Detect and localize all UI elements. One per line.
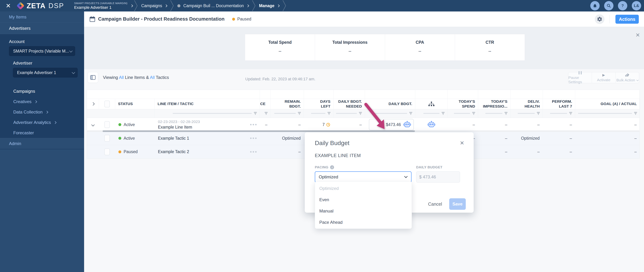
row-menu-icon[interactable]: [250, 151, 256, 152]
search-icon[interactable]: [604, 1, 614, 10]
select-all-checkbox[interactable]: [104, 101, 110, 107]
sidebar-item-my-items[interactable]: My Items: [0, 11, 84, 23]
sidebar-item-advertisers[interactable]: Advertisers: [0, 23, 84, 34]
sidebar-admin-section: [0, 149, 84, 272]
user-avatar[interactable]: L&: [632, 1, 641, 10]
col-delivery-health[interactable]: DELIV. HEALTH: [510, 99, 543, 109]
bulk-action-button[interactable]: Bulk Action: [616, 72, 639, 83]
activate-button[interactable]: ▶ Activate: [592, 72, 615, 83]
info-icon[interactable]: i: [330, 165, 334, 169]
horizontal-scrollbar-thumb[interactable]: [102, 130, 415, 132]
pause-settings-button[interactable]: Pause Settings: [568, 72, 592, 83]
col-pace-truncated[interactable]: CE: [260, 99, 270, 109]
expand-all-header[interactable]: [87, 99, 99, 109]
pacing-option-optimized[interactable]: Optimized: [315, 183, 412, 194]
filter-todays-impressions[interactable]: [478, 109, 510, 118]
close-icon[interactable]: ✕: [636, 32, 640, 38]
pacing-option-manual[interactable]: Manual: [315, 205, 412, 217]
help-icon[interactable]: ?: [618, 1, 627, 10]
row-checkbox[interactable]: [104, 135, 110, 142]
col-line-item[interactable]: LINE ITEM / TACTIC: [155, 99, 260, 109]
filter-delivery-health[interactable]: [510, 109, 543, 118]
chevron-down-icon: [636, 79, 639, 81]
collapse-row-icon[interactable]: [91, 123, 94, 126]
table-group-row: [87, 90, 640, 99]
column-layout-icon[interactable]: [88, 72, 98, 83]
settings-gear-icon[interactable]: [595, 14, 604, 24]
tactic-name[interactable]: Example Tactic 2: [158, 149, 189, 154]
col-todays-spend[interactable]: TODAY'S SPEND: [448, 99, 478, 109]
pacing-option-pace-ahead[interactable]: Pace Ahead: [315, 217, 412, 228]
filter-icon: [536, 112, 540, 115]
filter-daily-budget[interactable]: [365, 109, 415, 118]
close-menu-icon[interactable]: ✕: [4, 2, 12, 9]
zeta-dsp-logo[interactable]: ZETA DSP: [17, 2, 64, 10]
filter-hierarchy[interactable]: [415, 109, 448, 118]
col-remaining-budget[interactable]: REMAIN. BDGT.: [270, 99, 304, 109]
daily-budget-input[interactable]: $ 473.46: [416, 171, 460, 182]
filter-icon: [254, 112, 257, 115]
sidebar-item-creatives[interactable]: Creatives: [0, 97, 84, 107]
filter-pace[interactable]: [260, 109, 270, 118]
breadcrumb-campaigns[interactable]: Campaigns: [140, 3, 169, 8]
filter-performance[interactable]: [543, 109, 575, 118]
advertiser-label: Advertiser: [13, 61, 84, 66]
filter-goal[interactable]: [575, 109, 640, 118]
row-menu-icon[interactable]: [250, 124, 256, 125]
close-icon[interactable]: ✕: [460, 140, 464, 146]
save-button[interactable]: Save: [449, 198, 466, 210]
filter-line-item[interactable]: [155, 109, 260, 118]
robot-optimized-icon: [403, 121, 411, 128]
pacing-label: PACING: [315, 165, 328, 169]
sidebar-item-campaigns[interactable]: Campaigns: [0, 86, 84, 97]
filter-all-tactics[interactable]: All: [150, 75, 155, 80]
filter-all-line-items[interactable]: All: [119, 75, 124, 80]
row-checkbox[interactable]: [104, 148, 110, 155]
advertiser-select[interactable]: Example Advertiser 1: [13, 68, 78, 77]
cancel-button[interactable]: Cancel: [428, 202, 442, 207]
pacing-select[interactable]: Optimized: [315, 171, 412, 182]
pacing-dropdown: Optimized Even Manual Pace Ahead: [315, 181, 412, 229]
filter-days-left[interactable]: [304, 109, 334, 118]
breadcrumb-manage[interactable]: Manage: [257, 3, 281, 8]
pacing-option-even[interactable]: Even: [315, 194, 412, 205]
hierarchy-icon: [428, 102, 434, 107]
daily-budget-cell[interactable]: $473.46: [369, 119, 414, 130]
sidebar-item-advertiser-analytics[interactable]: Advertiser Analytics: [0, 117, 84, 128]
filter-todays-spend[interactable]: [448, 109, 478, 118]
account-label: Account: [9, 39, 84, 44]
col-goal-actual[interactable]: GOAL (A) / ACTUAL: [575, 99, 640, 109]
account-select[interactable]: SMART Projects (Variable M...: [9, 46, 75, 56]
row-menu-icon[interactable]: [250, 137, 256, 139]
col-days-left[interactable]: DAYS LEFT: [304, 99, 334, 109]
sidebar-item-admin[interactable]: Admin: [0, 138, 84, 149]
status-badge: Active: [118, 136, 135, 141]
brand-dsp: DSP: [48, 2, 64, 10]
table-row-line-item[interactable]: Active 02-23-2023 - 02-28-2023 Example L…: [87, 118, 640, 132]
notifications-bell-icon[interactable]: [590, 1, 600, 10]
breadcrumb-separator: [282, 0, 287, 11]
breadcrumb-account[interactable]: SMART PROJECTS (VARIABLE MARGIN) Example…: [74, 1, 132, 10]
filter-icon: [264, 112, 268, 115]
actions-button[interactable]: Actions: [616, 15, 639, 24]
filter-remaining-budget[interactable]: [270, 109, 304, 118]
filter-daily-budget-needed[interactable]: [334, 109, 365, 118]
select-all-header[interactable]: [99, 99, 115, 109]
line-item-name[interactable]: 02-23-2023 - 02-28-2023 Example Line Ite…: [158, 119, 200, 130]
sidebar-item-forecaster[interactable]: Forecaster: [0, 128, 84, 138]
col-daily-budget[interactable]: DAILY BDGT.: [365, 99, 415, 109]
table-header-row: STATUS LINE ITEM / TACTIC CE REMAIN. BDG…: [87, 99, 640, 109]
tactic-name[interactable]: Example Tactic 1: [158, 136, 189, 141]
breadcrumb-campaign-doc[interactable]: Campaign Buil ... Documentation: [176, 3, 250, 8]
stats-band: Total Spend -- Total Impressions -- CPA …: [84, 27, 644, 69]
col-performance-last7[interactable]: PERFORM. LAST 7: [543, 99, 575, 109]
sidebar-item-data-collection[interactable]: Data Collection: [0, 107, 84, 117]
robot-optimized-icon[interactable]: [427, 121, 436, 128]
col-daily-budget-needed[interactable]: DAILY BDGT. NEEDED: [334, 99, 365, 109]
col-todays-impressions[interactable]: TODAY'S IMPRESSIO...: [478, 99, 510, 109]
col-status[interactable]: STATUS: [115, 99, 155, 109]
row-checkbox[interactable]: [104, 121, 110, 128]
chevron-right-icon: [130, 4, 133, 7]
col-hierarchy[interactable]: [415, 99, 448, 109]
paused-dot-icon: [118, 150, 121, 153]
